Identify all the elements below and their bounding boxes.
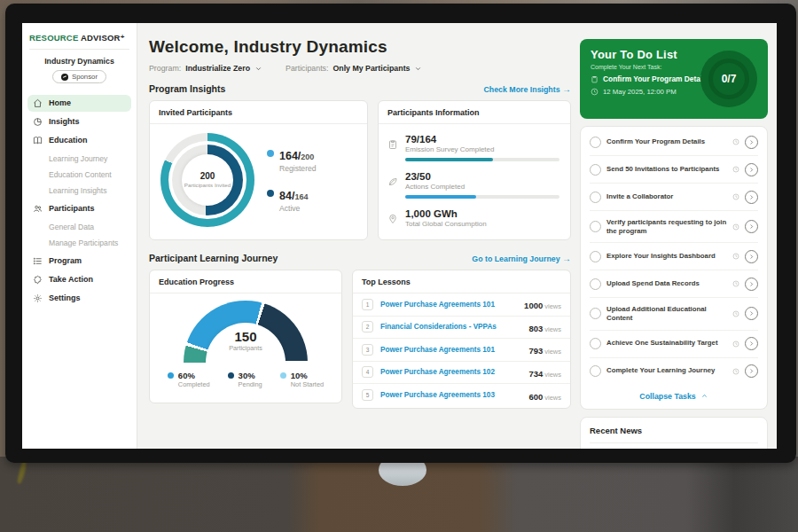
rank-badge: 2: [362, 321, 373, 332]
todo-panel: Your To Do List Complete Your Next Task:…: [580, 23, 777, 449]
lessons-card-title: Top Lessons: [353, 270, 570, 293]
logo-plus: +: [121, 33, 125, 41]
chevron-right-icon: [748, 167, 755, 173]
todo-open-button[interactable]: [745, 278, 758, 291]
sidebar-item-education[interactable]: Education: [27, 132, 131, 149]
legend-pending: 30% Pending: [228, 371, 262, 388]
action-badge-icon: [33, 275, 43, 285]
sidebar-item-label: Program: [49, 256, 82, 265]
monitor-bezel: RESOURCE ADVISOR+ Industry Dynamics Spon…: [5, 4, 796, 463]
sidebar-item-learning-insights[interactable]: Learning Insights: [27, 183, 131, 199]
education-card-title: Education Progress: [150, 270, 341, 293]
program-filter[interactable]: Program: Industrialize Zero: [149, 64, 262, 73]
lesson-link[interactable]: Power Purchase Agreements 101: [380, 301, 517, 309]
lesson-link[interactable]: Power Purchase Agreements 102: [380, 368, 521, 376]
sidebar-item-program[interactable]: Program: [27, 253, 131, 270]
lesson-link[interactable]: Financial Considerations - VPPAs: [380, 323, 521, 331]
todo-checkbox[interactable]: [590, 137, 601, 148]
home-icon: [33, 98, 43, 108]
rank-badge: 4: [362, 366, 373, 378]
participants-filter-value: Only My Participants: [332, 64, 410, 73]
chevron-right-icon: [748, 310, 755, 317]
chevron-right-icon: [748, 139, 755, 145]
chevron-right-icon: [748, 368, 755, 374]
active-dot: [267, 190, 274, 197]
lesson-link[interactable]: Power Purchase Agreements 103: [380, 391, 521, 399]
chevron-down-icon: [414, 65, 422, 73]
sidebar-item-manage-participants[interactable]: Manage Participants: [27, 235, 131, 251]
rank-badge: 5: [362, 389, 373, 401]
todo-open-button[interactable]: [745, 220, 758, 233]
sidebar-item-label: Settings: [49, 293, 81, 302]
todo-item: Invite a Collaborator: [590, 184, 758, 211]
sidebar-item-learning-journey[interactable]: Learning Journey: [27, 151, 131, 167]
sidebar-nav: Home Insights Education Learning Journey…: [22, 95, 137, 307]
todo-open-button[interactable]: [745, 191, 758, 204]
not-started-dot: [280, 372, 286, 379]
sidebar-item-label: Insights: [49, 117, 80, 126]
todo-open-button[interactable]: [745, 163, 758, 176]
consumption-row: 1,000 GWh Total Global Consumption: [387, 204, 559, 233]
todo-checkbox[interactable]: [590, 308, 601, 319]
chevron-up-icon: [700, 392, 708, 400]
filter-bar: Program: Industrialize Zero Participants…: [149, 64, 571, 73]
todo-open-button[interactable]: [745, 136, 758, 149]
clock-icon: [591, 88, 598, 96]
chevron-right-icon: [748, 340, 755, 347]
sidebar-item-take-action[interactable]: Take Action: [27, 271, 131, 288]
go-to-learning-journey-link[interactable]: Go to Learning Journey →: [472, 254, 571, 263]
sponsor-icon: [61, 74, 68, 81]
lesson-row: 5 Power Purchase Agreements 103 600views: [353, 384, 570, 407]
sidebar-item-education-content[interactable]: Education Content: [27, 167, 131, 183]
book-icon: [33, 136, 43, 145]
program-filter-value: Industrialize Zero: [185, 64, 250, 73]
todo-open-button[interactable]: [745, 307, 758, 320]
sidebar-item-settings[interactable]: Settings: [27, 290, 131, 307]
sidebar-item-home[interactable]: Home: [27, 95, 131, 112]
sidebar-item-participants[interactable]: Participants: [27, 200, 131, 217]
clock-icon: [732, 138, 739, 145]
sidebar-item-general-data[interactable]: General Data: [27, 219, 131, 235]
legend-completed: 60% Completed: [168, 371, 210, 388]
todo-checkbox[interactable]: [590, 221, 601, 232]
invited-card-title: Invited Participants: [150, 101, 367, 124]
lesson-link[interactable]: Power Purchase Agreements 101: [380, 346, 521, 354]
recent-news-card: Recent News: [580, 417, 768, 450]
invited-legend: 164/200 Registered 84/164 Active: [267, 147, 317, 213]
todo-checkbox[interactable]: [590, 164, 601, 176]
page-title: Welcome, Industry Dynamics: [149, 37, 571, 57]
todo-open-button[interactable]: [745, 250, 758, 263]
learning-journey-title: Participant Learning Journey: [149, 253, 278, 263]
todo-open-button[interactable]: [745, 337, 758, 350]
clipboard-icon: [387, 139, 398, 150]
check-more-insights-link[interactable]: Check More Insights →: [484, 84, 572, 94]
participants-icon: [33, 204, 43, 214]
sidebar-item-insights[interactable]: Insights: [27, 113, 131, 130]
program-filter-label: Program:: [149, 64, 181, 73]
todo-checkbox[interactable]: [590, 251, 601, 262]
todo-item: Confirm Your Program Details: [590, 129, 758, 156]
todo-item: Send 50 Invitations to Participants: [590, 156, 758, 184]
todo-checkbox[interactable]: [590, 192, 601, 203]
chevron-right-icon: [748, 223, 755, 230]
participants-filter-label: Participants:: [286, 64, 328, 73]
lesson-row: 1 Power Purchase Agreements 101 1000view…: [353, 293, 570, 317]
emission-survey-row: 79/164 Emission Survey Completed: [387, 129, 559, 167]
arrow-right-icon: →: [562, 254, 571, 263]
todo-checkbox[interactable]: [590, 278, 601, 290]
chevron-right-icon: [748, 254, 755, 260]
participants-filter[interactable]: Participants: Only My Participants: [286, 64, 422, 73]
sidebar-item-label: Participants: [49, 204, 95, 213]
main-content: Welcome, Industry Dynamics Program: Indu…: [137, 23, 580, 449]
list-icon: [33, 256, 43, 266]
invited-donut-chart: 200 Participants Invited: [160, 133, 254, 227]
collapse-tasks-link[interactable]: Collapse Tasks: [590, 385, 758, 407]
todo-open-button[interactable]: [745, 364, 758, 378]
sponsor-badge[interactable]: Sponsor: [52, 70, 106, 83]
todo-hero-card: Your To Do List Complete Your Next Task:…: [580, 39, 768, 119]
todo-checkbox[interactable]: [590, 338, 601, 349]
registered-dot: [267, 150, 274, 157]
todo-checkbox[interactable]: [590, 365, 601, 377]
sidebar-item-label: Home: [49, 98, 71, 107]
lesson-row: 2 Financial Considerations - VPPAs 803vi…: [353, 317, 570, 340]
